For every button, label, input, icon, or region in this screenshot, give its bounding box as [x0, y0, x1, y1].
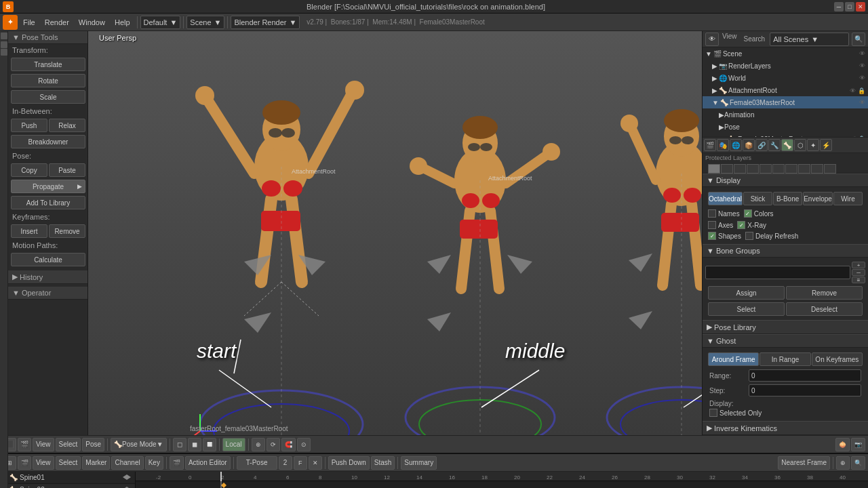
action-timeline[interactable]: -2 0 2 4 6 8 10 12 14 16 18 20 22 24 26 … [136, 472, 868, 488]
nearest-frame-button[interactable]: Nearest Frame [778, 456, 830, 470]
constraint-prop-icon[interactable]: 🔗 [755, 139, 768, 151]
tex-icon[interactable]: 🔲 [203, 438, 216, 451]
rotate-button[interactable]: Rotate [11, 74, 85, 87]
stash-button[interactable]: Stash [371, 456, 395, 470]
copy-button[interactable]: Copy [11, 163, 47, 177]
ae-view[interactable]: View [33, 456, 54, 470]
tab-bbone[interactable]: B-Bone [773, 192, 802, 205]
tab-in-range[interactable]: In Range [760, 352, 810, 366]
ae-key[interactable]: Key [145, 456, 163, 470]
engine-selector[interactable]: Blender Render ▼ [231, 16, 300, 29]
bone-groups-header[interactable]: ▼ Bone Groups [703, 244, 868, 258]
assign-button[interactable]: Assign [708, 286, 785, 300]
delay-refresh-checkbox[interactable] [745, 232, 753, 240]
layer-4[interactable] [747, 164, 759, 174]
camera-btn[interactable]: 📷 [851, 438, 865, 451]
ae-extra-icons[interactable]: ⊕ [836, 456, 850, 470]
range-input[interactable] [749, 369, 861, 382]
menu-help[interactable]: Help [111, 17, 134, 28]
selected-only-checkbox[interactable] [709, 409, 717, 417]
breakdowner-button[interactable]: Breakdowner [11, 135, 85, 148]
ae-type-icon[interactable]: 🎬 [170, 456, 184, 470]
wireframe-icon[interactable]: ◻ [173, 438, 186, 451]
layer-7[interactable] [785, 164, 797, 174]
action-name-input[interactable]: T-Pose [237, 456, 277, 470]
tab-around-frame[interactable]: Around Frame [708, 352, 759, 366]
pose-row[interactable]: ▶ Pose [703, 121, 868, 133]
add-to-library-button[interactable]: Add To Library [11, 196, 85, 209]
tab-envelope[interactable]: Envelope [803, 192, 833, 205]
layer-9[interactable] [811, 164, 823, 174]
layer-10[interactable] [824, 164, 836, 174]
scale-button[interactable]: Scale [11, 90, 85, 104]
colors-checkbox[interactable]: ✓ [744, 209, 752, 218]
action-editor-label[interactable]: Action Editor [185, 456, 231, 470]
tab-stick[interactable]: Stick [743, 192, 772, 205]
layer-6[interactable] [772, 164, 785, 174]
insert-button[interactable]: Insert [11, 224, 47, 238]
layer-2[interactable] [721, 164, 733, 174]
xray-checkbox[interactable]: ✓ [737, 221, 745, 229]
ghost-header[interactable]: ▼ Ghost [703, 334, 868, 348]
paste-button[interactable]: Paste [49, 163, 85, 177]
bone-group-down-button[interactable]: ≡ [852, 277, 865, 283]
physics-prop-icon[interactable]: ⚡ [820, 139, 832, 151]
step-input[interactable] [749, 384, 861, 396]
remove-button[interactable]: Remove [49, 224, 85, 238]
add-bone-group-button[interactable]: + [852, 262, 865, 268]
viewport[interactable]: AttachmentRoot AttachmentRoot start midd… [88, 31, 702, 435]
solid-icon[interactable]: ◼ [188, 438, 201, 451]
scene-selector[interactable]: Scene ▼ [186, 16, 224, 29]
summary-button[interactable]: Summary [401, 456, 437, 470]
close-button[interactable]: ✕ [856, 2, 865, 12]
screen-layout-selector[interactable]: Default ▼ [140, 16, 181, 29]
relax-button[interactable]: Relax [49, 119, 85, 132]
world-row[interactable]: ▶ 🌐 World 👁 [703, 72, 868, 84]
tab-wire[interactable]: Wire [833, 192, 863, 205]
shapes-checkbox[interactable]: ✓ [708, 232, 716, 240]
bone-group-input[interactable] [705, 266, 850, 279]
layer-1[interactable] [708, 164, 720, 174]
armature-prop-icon[interactable]: 🦴 [781, 139, 793, 151]
attachment-root-row[interactable]: ▶ 🦴 AttachmentRoot 👁 🔒 [703, 84, 868, 96]
local-btn[interactable]: Local [222, 438, 245, 451]
all-scenes-selector[interactable]: All Scenes ▼ [770, 33, 849, 46]
search-icon[interactable]: 🔍 [852, 33, 865, 46]
tab-on-keyframes[interactable]: On Keyframes [812, 352, 863, 366]
view-menu[interactable]: View [33, 438, 54, 451]
menu-file[interactable]: File [19, 17, 39, 28]
remove-bone-group-button[interactable]: Remove [786, 286, 863, 300]
operator-header[interactable]: ▼ Operator [8, 287, 88, 300]
push-button[interactable]: Push [11, 119, 47, 132]
animation-row[interactable]: ▶ Animation [703, 108, 868, 121]
history-header[interactable]: ▶ History [8, 270, 88, 284]
names-checkbox[interactable] [708, 209, 716, 218]
deselect-button[interactable]: Deselect [786, 302, 863, 316]
ae-extra-icons2[interactable]: 🔍 [851, 456, 865, 470]
select-button[interactable]: Select [708, 302, 785, 316]
select-menu[interactable]: Select [56, 438, 81, 451]
bone-prop-icon[interactable]: ⬡ [794, 139, 806, 151]
view-icon[interactable]: 👁 [705, 33, 719, 46]
push-down-button[interactable]: Push Down [328, 456, 370, 470]
render-layers-row[interactable]: ▶ 📷 RenderLayers 👁 [703, 60, 868, 72]
tab-octahedral[interactable]: Octahedral [708, 192, 743, 205]
render-prop-icon[interactable]: 🎬 [704, 139, 716, 151]
layer-3[interactable] [734, 164, 746, 174]
display-header[interactable]: ▼ Display [703, 174, 868, 187]
manipulator-btn[interactable]: ⟳ [267, 438, 280, 451]
modifier-prop-icon[interactable]: 🔧 [768, 139, 781, 151]
ae-channel[interactable]: Channel [111, 456, 143, 470]
ik-header[interactable]: ▶ Inverse Kinematics [703, 421, 868, 435]
scene-row[interactable]: ▼ 🎬 Scene 👁 [703, 47, 868, 60]
menu-render[interactable]: Render [41, 17, 73, 28]
render-mode-icon[interactable]: 🎬 [18, 438, 31, 451]
ae-mode-icon2[interactable]: 🎬 [18, 456, 31, 470]
calculate-button[interactable]: Calculate [11, 253, 85, 266]
ae-select[interactable]: Select [56, 456, 81, 470]
pose-library-header[interactable]: ▶ Pose Library [703, 320, 868, 334]
frame-toggle-icon[interactable]: ✕ [309, 456, 322, 470]
layer-5[interactable] [760, 164, 772, 174]
ae-marker[interactable]: Marker [82, 456, 110, 470]
axes-checkbox[interactable] [708, 221, 716, 229]
